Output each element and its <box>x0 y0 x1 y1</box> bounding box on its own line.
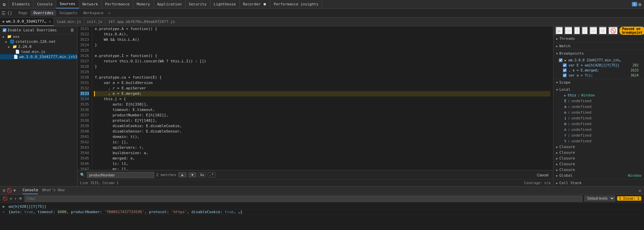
scope-this[interactable]: ▶ this : Window <box>553 92 644 98</box>
bp-file-checkbox[interactable] <box>559 58 563 62</box>
closure1-header[interactable]: ▶ Closure <box>553 144 644 150</box>
tree-item-2240[interactable]: ▶ 📁 2.24.0 <box>0 44 77 49</box>
clear-overrides-button[interactable]: 🗑 <box>70 28 74 32</box>
prev-match-button[interactable]: ▲ <box>178 172 187 177</box>
closure5-header[interactable]: ▶ Closure <box>553 167 644 173</box>
line-num-3528[interactable]: 3528 <box>80 64 89 69</box>
console-clear-icon[interactable]: 🚫 <box>7 188 12 193</box>
tab-application[interactable]: Application <box>154 0 185 8</box>
code-view-icon[interactable]: {} <box>7 10 12 16</box>
tab-console[interactable]: Console <box>34 0 56 8</box>
tree-item-xxx[interactable]: ▶ 📁 xxx <box>0 34 77 39</box>
sidebar-toggle-icon[interactable]: ☰ <box>1 10 6 16</box>
step-into-button[interactable]: ⤵ <box>574 27 580 35</box>
file-tab-147[interactable]: 147.app.bbf670e…89eab9f2877.js <box>105 18 159 26</box>
line-num-3529[interactable]: 3529 <box>80 69 89 75</box>
callstack-header[interactable]: ▶ Call Stack <box>553 179 644 186</box>
step-button[interactable]: ⤾ <box>589 27 598 35</box>
stab-page[interactable]: Page <box>16 10 30 16</box>
line-num-3537[interactable]: 3537 <box>80 113 89 118</box>
stab-workspace[interactable]: Workspace <box>81 10 106 16</box>
closure2-header[interactable]: ▶ Closure <box>553 150 644 155</box>
line-num-3530[interactable]: 3530 <box>80 75 89 80</box>
tree-item-cstaticcdn[interactable]: ▶ 🌐 cstaticcdn.126.net <box>0 39 77 44</box>
line-num-3523[interactable]: 3523 <box>80 37 89 42</box>
deactivate-breakpoints-button[interactable]: ⊘ <box>599 27 607 35</box>
closure4-header[interactable]: ▶ Closure <box>553 161 644 167</box>
line-num-3538[interactable]: 3538 <box>80 118 89 123</box>
line-num-3543[interactable]: 3543 <box>80 145 89 150</box>
regex-button[interactable]: .* <box>208 172 215 177</box>
line-num-3546[interactable]: 3546 <box>80 161 89 167</box>
console-close-button[interactable]: ✕ <box>639 188 641 193</box>
tab-perf-insights[interactable]: Performance insights <box>270 0 322 8</box>
log-level-select[interactable]: Default levels <box>584 196 615 201</box>
line-num-3534[interactable]: 3534 <box>80 96 89 102</box>
line-num-3525[interactable]: 3525 <box>80 48 89 53</box>
scope-header[interactable]: ▼ Scope <box>553 79 644 86</box>
enable-overrides-checkbox[interactable] <box>3 28 6 32</box>
line-num-3536[interactable]: 3536 <box>80 107 89 113</box>
bp-entry3-checkbox[interactable] <box>563 74 567 77</box>
tab-memory[interactable]: Memory <box>133 0 154 8</box>
tab-sources[interactable]: Sources <box>56 0 79 8</box>
console-tab-whatsnew[interactable]: What's New <box>42 186 64 194</box>
file-tab-init[interactable]: init.js <box>84 18 105 26</box>
wm-file-close[interactable]: ✕ <box>49 20 51 23</box>
stab-snippets[interactable]: Snippets <box>57 10 80 16</box>
dont-pause-exceptions-button[interactable]: 🚫 <box>608 27 618 35</box>
console-eye-icon[interactable]: 👁 <box>19 196 23 201</box>
line-num-3535[interactable]: 3535 <box>80 102 89 107</box>
breakpoints-header[interactable]: ▼ Breakpoints <box>553 50 644 57</box>
cancel-search-button[interactable]: Cancel <box>535 173 550 177</box>
tree-item-loadminjs[interactable]: ▶ 📄 load.min.js <box>0 49 77 54</box>
line-num-3521[interactable]: 3521 <box>80 26 89 32</box>
bp-entry2-checkbox[interactable] <box>563 68 567 72</box>
tab-lighthouse[interactable]: Lighthouse <box>210 0 240 8</box>
global-scope-header[interactable]: ▶ Global Window <box>553 173 644 178</box>
console-toolbar-icon2[interactable]: ⊘ <box>10 196 12 201</box>
line-num-3542[interactable]: 3542 <box>80 140 89 145</box>
tab-network[interactable]: Network <box>79 0 102 8</box>
line-num-3531[interactable]: 3531 <box>80 80 89 86</box>
line-num-3524[interactable]: 3524 <box>80 42 89 48</box>
code-area[interactable]: 3521352235233524352535263527352835293530… <box>77 26 553 170</box>
stab-overrides[interactable]: Overrides <box>31 10 56 16</box>
line-num-3533[interactable]: 3533 <box>80 91 89 96</box>
tab-elements[interactable]: Elements <box>9 0 34 8</box>
line-num-3541[interactable]: 3541 <box>80 134 89 140</box>
console-result-1[interactable]: ← {auto: true, timeout: 6000, productNum… <box>3 209 641 215</box>
line-num-3526[interactable]: 3526 <box>80 53 89 59</box>
local-scope-header[interactable]: ▼ Local <box>553 87 644 92</box>
file-tab-wm[interactable]: ▶ wm.3.0.0_33d41777.min.js%3Fv=1 ✕ <box>0 18 54 26</box>
console-settings-icon[interactable]: ⚙ <box>3 188 5 193</box>
tab-security[interactable]: Security <box>185 0 210 8</box>
file-tab-load[interactable]: load.min.js <box>54 18 84 26</box>
next-match-button[interactable]: ▼ <box>189 172 197 177</box>
tree-item-wmminjs[interactable]: ▶ 📄 wm.3.0.0_33d41777.min.js%3Fv=1 <box>0 54 77 59</box>
step-over-button[interactable]: ⤼ <box>565 27 573 35</box>
settings-button[interactable]: ⚙ <box>639 2 641 7</box>
closure3-header[interactable]: ▶ Closure <box>553 155 644 161</box>
line-num-3545[interactable]: 3545 <box>80 156 89 161</box>
watch-header[interactable]: ▶ Watch <box>553 42 644 50</box>
console-tab-console[interactable]: Console <box>23 186 38 194</box>
step-out-button[interactable]: ⤴ <box>582 27 588 35</box>
threads-header[interactable]: ▶ Threads <box>553 35 644 42</box>
line-num-3532[interactable]: 3532 <box>80 86 89 91</box>
line-num-3522[interactable]: 3522 <box>80 32 89 37</box>
line-num-3527[interactable]: 3527 <box>80 59 89 64</box>
line-num-3540[interactable]: 3540 <box>80 129 89 134</box>
line-num-3544[interactable]: 3544 <box>80 150 89 156</box>
bp-entry1-checkbox[interactable] <box>563 63 567 67</box>
line-num-3539[interactable]: 3539 <box>80 123 89 129</box>
tab-performance[interactable]: Performance <box>102 0 133 8</box>
console-filter-input[interactable] <box>25 196 582 202</box>
tab-recorder[interactable]: Recorder ⏺ <box>240 0 271 8</box>
match-case-button[interactable]: Aa <box>198 172 206 177</box>
line-num-3547[interactable]: 3547 <box>80 167 89 170</box>
more-tabs-icon[interactable]: » <box>108 11 110 15</box>
resume-button[interactable]: ▶ <box>555 27 563 35</box>
console-filter-icon[interactable]: ▼ <box>13 188 16 193</box>
search-input[interactable] <box>87 172 154 178</box>
